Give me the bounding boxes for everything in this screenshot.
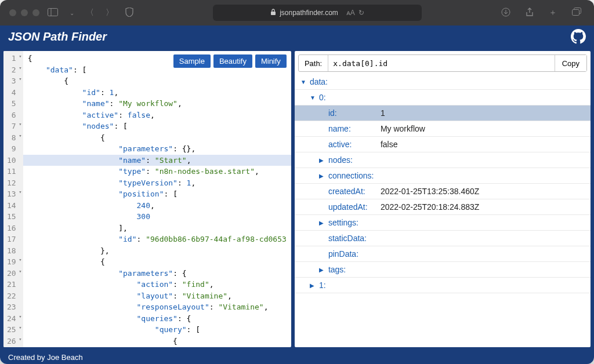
caret-down-icon[interactable]: ▼ <box>310 94 317 101</box>
code-line[interactable]: "fields": { <box>23 347 291 347</box>
line-number: 19 <box>7 256 16 268</box>
tree-node[interactable]: staticData: <box>295 231 591 246</box>
json-editor-pane: Sample Beautify Minify 12345678910111213… <box>3 51 291 347</box>
code-line[interactable]: "parameters": { <box>23 268 291 279</box>
tree-key: staticData: <box>328 234 375 243</box>
line-number: 12 <box>7 177 16 189</box>
tree-node[interactable]: createdAt:2022-01-25T13:25:38.460Z <box>295 184 591 199</box>
code-line[interactable]: "nodes": [ <box>23 121 291 132</box>
line-number: 11 <box>7 166 16 177</box>
caret-right-icon[interactable]: ▶ <box>319 157 326 163</box>
line-number: 22 <box>7 290 16 302</box>
tree-node[interactable]: id:1 <box>295 105 591 121</box>
app-header: JSON Path Finder <box>0 26 594 48</box>
tree-node[interactable]: pinData: <box>295 246 591 262</box>
url-text: jsonpathfinder.com <box>280 9 338 17</box>
forward-icon[interactable]: 〉 <box>102 5 117 20</box>
url-bar[interactable]: jsonpathfinder.com ᴀA ↻ <box>213 5 422 21</box>
path-input[interactable] <box>328 55 554 71</box>
tree-value: 2022-01-25T13:25:38.460Z <box>381 187 479 196</box>
caret-right-icon[interactable]: ▶ <box>319 220 326 226</box>
footer-credit: Created by Joe Beach <box>8 353 83 362</box>
tree-node[interactable]: ▶settings: <box>295 215 591 231</box>
svg-rect-0 <box>48 8 58 16</box>
code-line[interactable]: "parameters": {}, <box>23 143 291 155</box>
code-line[interactable]: ], <box>23 223 291 234</box>
line-number: 27 <box>7 347 16 347</box>
sample-button[interactable]: Sample <box>173 54 211 68</box>
code-line[interactable]: { <box>23 336 291 347</box>
tree-node[interactable]: active:false <box>295 137 591 152</box>
caret-right-icon[interactable]: ▶ <box>319 173 326 179</box>
download-icon[interactable] <box>498 5 514 21</box>
line-number: 17 <box>7 234 16 245</box>
browser-chrome: ⌄ 〈 〉 jsonpathfinder.com ᴀA ↻ ＋ <box>0 0 594 26</box>
code-line[interactable]: "query": [ <box>23 324 291 336</box>
tree-node[interactable]: ▶nodes: <box>295 152 591 168</box>
path-label: Path: <box>299 55 328 71</box>
minify-button[interactable]: Minify <box>255 54 287 68</box>
tree-key: createdAt: <box>328 187 375 196</box>
caret-right-icon[interactable]: ▶ <box>310 282 317 289</box>
code-line[interactable]: "layout": "Vitamine", <box>23 290 291 302</box>
line-number: 2 <box>7 64 16 76</box>
tree-node[interactable]: ▶1: <box>295 278 591 293</box>
tree-value: 2022-02-25T20:18:24.883Z <box>381 202 479 212</box>
shield-icon[interactable] <box>122 5 137 21</box>
code-line[interactable]: "name": "Start", <box>23 155 291 166</box>
line-number: 21 <box>7 279 16 290</box>
beautify-button[interactable]: Beautify <box>213 54 252 68</box>
code-line[interactable]: { <box>23 256 291 268</box>
tree-key: id: <box>328 108 375 118</box>
tree-node[interactable]: ▼0: <box>295 90 591 105</box>
reload-icon[interactable]: ↻ <box>358 9 364 17</box>
sidebar-toggle-icon[interactable] <box>44 6 61 20</box>
code-line[interactable]: "typeVersion": 1, <box>23 177 291 189</box>
tree-node[interactable]: updatedAt:2022-02-25T20:18:24.883Z <box>295 199 591 215</box>
chevron-down-icon[interactable]: ⌄ <box>66 8 78 19</box>
code-line[interactable]: "position": [ <box>23 188 291 200</box>
line-number: 25 <box>7 324 16 336</box>
code-line[interactable]: "queries": { <box>23 313 291 325</box>
line-number: 13 <box>7 188 16 200</box>
tree-node[interactable]: name:My workflow <box>295 121 591 137</box>
code-line[interactable]: 240, <box>23 200 291 212</box>
share-icon[interactable] <box>522 5 537 21</box>
tree-node[interactable]: ▶connections: <box>295 168 591 184</box>
reader-icon[interactable]: ᴀA <box>346 9 355 17</box>
tree-key: 1: <box>319 281 365 290</box>
line-number: 4 <box>7 87 16 99</box>
code-line[interactable]: "active": false, <box>23 110 291 121</box>
code-line[interactable]: 300 <box>23 211 291 223</box>
caret-down-icon[interactable]: ▼ <box>300 79 307 85</box>
code-line[interactable]: "name": "My workflow", <box>23 98 291 110</box>
tree-node[interactable]: ▶tags: <box>295 262 591 278</box>
tree-key: pinData: <box>328 249 375 259</box>
code-line[interactable]: "type": "n8n-nodes-base.start", <box>23 166 291 177</box>
code-line[interactable]: "responseLayout": "Vitamine", <box>23 301 291 313</box>
tree-key: active: <box>328 140 375 149</box>
tree-key: 0: <box>319 93 365 102</box>
code-line[interactable]: }, <box>23 245 291 257</box>
line-number: 26 <box>7 336 16 347</box>
caret-right-icon[interactable]: ▶ <box>319 267 326 273</box>
minimize-window[interactable] <box>21 9 28 16</box>
code-line[interactable]: "action": "find", <box>23 279 291 290</box>
line-number: 16 <box>7 223 16 234</box>
line-number: 10 <box>7 155 16 166</box>
tree-node[interactable]: ▼data: <box>295 74 591 90</box>
tree-key: nodes: <box>328 155 375 165</box>
code-editor[interactable]: 1234567891011121314151617181920212223242… <box>3 51 291 347</box>
new-tab-icon[interactable]: ＋ <box>545 5 560 21</box>
copy-button[interactable]: Copy <box>555 55 586 71</box>
github-link[interactable] <box>571 29 586 44</box>
code-line[interactable]: { <box>23 75 291 87</box>
json-tree[interactable]: ▼data:▼0:id:1name:My workflowactive:fals… <box>295 72 591 347</box>
code-line[interactable]: "id": "96d0bb86-6b97-44af-af98-cd0653 <box>23 234 291 245</box>
close-window[interactable] <box>9 9 16 16</box>
code-line[interactable]: { <box>23 132 291 144</box>
maximize-window[interactable] <box>32 9 39 16</box>
back-icon[interactable]: 〈 <box>82 5 97 20</box>
tabs-icon[interactable] <box>568 5 585 21</box>
code-line[interactable]: "id": 1, <box>23 87 291 99</box>
